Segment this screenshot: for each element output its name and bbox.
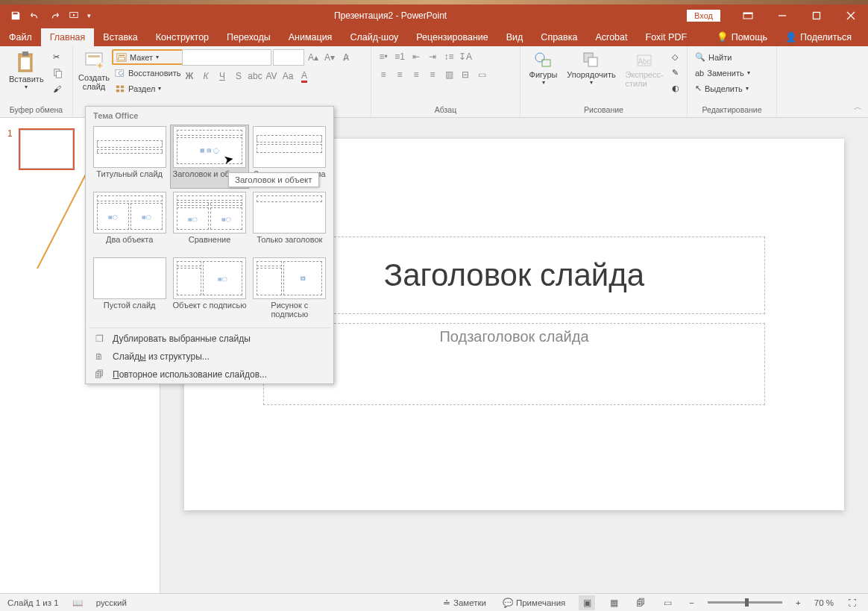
tab-acrobat[interactable]: Acrobat [586,28,636,46]
shapes-button[interactable]: Фигуры▾ [525,49,562,87]
slideshow-view-button[interactable]: ▭ [659,595,676,610]
font-size-combo[interactable] [273,49,304,66]
slides-from-outline-menu[interactable]: 🗎Слайды из структуры... [86,348,333,366]
find-button[interactable]: 🔍Найти [692,49,753,65]
section-label: Раздел [128,84,155,93]
normal-view-button[interactable]: ▣ [579,595,595,610]
collapse-ribbon-button[interactable]: ︿ [854,101,862,113]
tab-file[interactable]: Файл [0,28,41,46]
new-slide-button[interactable]: Создать слайд [78,49,110,93]
text-direction-icon[interactable]: ↧A [458,49,473,64]
line-spacing-icon[interactable]: ↕≡ [441,49,456,64]
paintbrush-icon: 🖌 [53,84,61,93]
layout-title-slide[interactable]: Титульный слайд [90,125,169,189]
replace-button[interactable]: abЗаменить▾ [692,65,753,81]
layout-button[interactable]: Макет▾ [112,49,183,65]
tab-transitions[interactable]: Переходы [218,28,280,46]
slide-sorter-view-button[interactable]: ▦ [606,595,622,610]
font-color-icon[interactable]: A [297,69,312,84]
align-center-icon[interactable]: ≡ [392,67,407,82]
shape-outline-button[interactable]: ✎ [669,65,682,81]
arrange-button[interactable]: Упорядочить▾ [563,49,620,87]
zoom-out-button[interactable]: − [686,598,697,607]
section-button[interactable]: Раздел▾ [112,81,183,96]
tab-help[interactable]: Справка [532,28,586,46]
tab-foxit[interactable]: Foxit PDF [637,28,696,46]
group-paragraph-label: Абзац [376,105,515,116]
layout-blank[interactable]: Пустой слайд [90,256,169,323]
fit-to-window-button[interactable]: ⛶ [844,595,861,610]
layout-picture-with-caption[interactable]: 🖼 Рисунок с подписью [251,256,329,323]
maximize-button[interactable] [799,4,834,26]
italic-icon[interactable]: К [198,69,213,84]
char-spacing-icon[interactable]: AV [264,69,279,84]
tab-insert[interactable]: Вставка [94,28,146,46]
layout-title-only[interactable]: Только заголовок [251,190,329,254]
bullets-icon[interactable]: ≡• [376,49,391,64]
qat-start-slideshow[interactable] [64,6,84,25]
menu-label: Повторное использование слайдов... [113,369,267,380]
cut-button[interactable]: ✂ [50,49,66,65]
indent-decrease-icon[interactable]: ⇤ [409,49,424,64]
align-right-icon[interactable]: ≡ [409,67,424,82]
increase-font-icon[interactable]: A▴ [306,50,321,65]
align-left-icon[interactable]: ≡ [376,67,391,82]
columns-icon[interactable]: ▥ [441,67,456,82]
reuse-slides-menu[interactable]: 🗐Повторное использование слайдов... [86,366,333,383]
comments-button[interactable]: 💬 Примечания [500,598,568,608]
tab-slideshow[interactable]: Слайд-шоу [341,28,407,46]
notes-button[interactable]: ≐ Заметки [440,598,489,608]
layout-comparison[interactable]: ▦◯▦◯ Сравнение [170,190,248,254]
copy-button[interactable] [50,65,66,81]
title-placeholder[interactable]: Заголовок слайда [263,236,765,314]
qat-customize[interactable]: ▾ [84,6,94,25]
format-painter-button[interactable]: 🖌 [50,81,66,96]
tab-home[interactable]: Главная [41,28,95,46]
shape-effects-button[interactable]: ◐ [669,81,682,96]
align-text-icon[interactable]: ⊟ [458,67,473,82]
spellcheck-status[interactable]: 📖 [69,598,86,608]
justify-icon[interactable]: ≡ [425,67,440,82]
font-name-combo[interactable] [182,49,271,66]
numbering-icon[interactable]: ≡1 [392,49,407,64]
language-status[interactable]: русский [96,598,127,607]
reset-button[interactable]: Восстановить [112,65,183,81]
zoom-level[interactable]: 70 % [814,598,834,607]
quickstyles-label: Экспресс- стили [625,70,663,88]
close-button[interactable] [834,4,868,26]
minimize-button[interactable] [765,4,799,26]
tab-design[interactable]: Конструктор [147,28,218,46]
tab-review[interactable]: Рецензирование [407,28,497,46]
ribbon-display-options[interactable] [731,4,765,26]
zoom-in-button[interactable]: + [793,598,804,607]
decrease-font-icon[interactable]: A▾ [322,50,337,65]
bold-icon[interactable]: Ж [182,69,197,84]
qat-save[interactable] [6,6,25,25]
reading-view-button[interactable]: 🗐 [632,595,649,610]
layout-two-content[interactable]: ▦◯▦◯ Два объекта [90,190,169,254]
layout-content-with-caption[interactable]: ▦◯ Объект с подписью [170,256,248,323]
shape-fill-button[interactable]: ◇ [669,49,682,65]
qat-redo[interactable] [45,6,64,25]
qat-undo[interactable] [25,6,45,25]
svg-point-21 [535,53,544,62]
smartart-icon[interactable]: ▭ [474,67,489,82]
share-button[interactable]: 👤Поделиться [776,28,861,46]
change-case-icon[interactable]: Aa [280,69,295,84]
zoom-slider[interactable] [708,601,782,604]
tab-animations[interactable]: Анимация [280,28,342,46]
sign-in-button[interactable]: Вход [687,10,720,22]
reset-icon [115,68,125,78]
tab-view[interactable]: Вид [497,28,532,46]
subtitle-placeholder[interactable]: Подзаголовок слайда [263,323,765,405]
duplicate-slides-menu[interactable]: ❐Дублировать выбранные слайды [86,330,333,348]
shadow-icon[interactable]: abc [248,69,262,84]
underline-icon[interactable]: Ч [215,69,230,84]
strikethrough-icon[interactable]: S [231,69,246,84]
select-button[interactable]: ↖Выделить▾ [692,81,753,96]
paste-button[interactable]: Вставить ▾ [4,49,48,92]
tell-me[interactable]: 💡Помощь [708,28,776,46]
clear-formatting-icon[interactable]: A̷ [339,50,353,65]
quick-styles-button[interactable]: AbcЭкспресс- стили [621,49,667,90]
indent-increase-icon[interactable]: ⇥ [425,49,440,64]
